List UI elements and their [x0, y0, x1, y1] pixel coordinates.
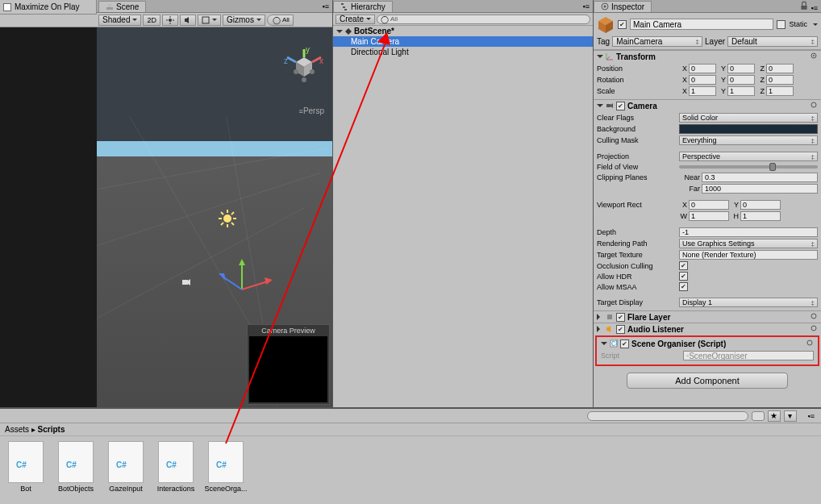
position-x[interactable]: 0	[689, 64, 716, 73]
tab-hierarchy[interactable]: Hierarchy	[333, 1, 393, 12]
component-audio-listener: Audio Listener	[594, 323, 821, 335]
depth-field[interactable]: -1	[679, 227, 818, 237]
scene-viewport[interactable]: y x z ≡Persp	[97, 27, 332, 407]
svg-rect-56	[607, 314, 612, 319]
asset-botobjects[interactable]: C#BotObjects	[55, 441, 97, 493]
hierarchy-search[interactable]: ◯All	[377, 15, 590, 24]
rotation-x[interactable]: 0	[689, 75, 716, 85]
camera-gizmo[interactable]	[181, 277, 191, 287]
hierarchy-pane-menu[interactable]: ▪≡	[580, 2, 593, 10]
svg-point-2	[169, 19, 172, 22]
asset-bot[interactable]: C#Bot	[5, 441, 47, 493]
add-component-button[interactable]: Add Component	[627, 373, 788, 389]
projection-dropdown[interactable]: Perspective	[679, 152, 818, 161]
msaa-checkbox[interactable]	[679, 282, 688, 291]
shading-mode-dropdown[interactable]: Shaded	[98, 15, 141, 26]
static-dropdown[interactable]	[811, 20, 818, 29]
filter-type-button[interactable]: ▾	[784, 410, 797, 422]
hierarchy-create-dropdown[interactable]: Create	[335, 15, 375, 24]
toggle-audio[interactable]	[180, 15, 196, 26]
component-transform: Transform PositionX0Y0Z0 RotationX0Y0Z0 …	[594, 50, 821, 99]
svg-point-52	[813, 55, 815, 56]
culling-mask-dropdown[interactable]: Everything	[679, 135, 818, 145]
hierarchy-item-directional-light[interactable]: Directional Light	[333, 47, 593, 57]
background-color-field[interactable]	[679, 124, 818, 134]
asset-label: Interactions	[152, 485, 199, 493]
asset-gazeinput[interactable]: C#GazeInput	[105, 441, 147, 493]
camera-header[interactable]: Camera	[594, 100, 821, 111]
static-checkbox[interactable]	[777, 20, 786, 29]
toggle-2d[interactable]: 2D	[143, 15, 160, 26]
gear-icon[interactable]	[810, 324, 818, 332]
project-breadcrumb[interactable]: Assets ▸ Scripts	[0, 423, 821, 436]
tag-dropdown[interactable]: MainCamera	[612, 36, 702, 47]
orientation-gizmo[interactable]: y x z	[284, 48, 324, 88]
csharp-file-icon: C#	[8, 441, 44, 483]
transform-header[interactable]: Transform	[594, 51, 821, 62]
far-clip-field[interactable]: 1000	[702, 184, 818, 194]
script-field[interactable]: ◦ SceneOrganiser	[683, 351, 814, 360]
tab-inspector[interactable]: Inspector	[594, 1, 652, 12]
svg-point-20	[302, 77, 306, 82]
svg-point-19	[294, 69, 298, 74]
gear-icon[interactable]	[806, 339, 814, 347]
unity-scene-icon	[344, 27, 352, 35]
filter-favorites-button[interactable]: ★	[768, 410, 781, 422]
gameobject-name-field[interactable]: Main Camera	[630, 19, 773, 30]
gizmos-dropdown[interactable]: Gizmos	[223, 15, 265, 26]
gear-icon[interactable]	[810, 52, 818, 60]
viewport-x[interactable]: 0	[689, 200, 729, 210]
hierarchy-item-main-camera[interactable]: Main Camera	[333, 36, 593, 47]
gear-icon[interactable]	[810, 312, 818, 320]
scene-organiser-header[interactable]: c# Scene Organiser (Script)	[598, 338, 817, 349]
rotation-z[interactable]: 0	[766, 75, 794, 85]
gameobject-active-checkbox[interactable]	[618, 20, 627, 29]
toggle-fx[interactable]	[198, 15, 221, 26]
camera-enabled-checkbox[interactable]	[616, 102, 625, 110]
svg-rect-39	[343, 6, 345, 8]
viewport-y[interactable]: 0	[740, 200, 781, 210]
target-display-dropdown[interactable]: Display 1	[679, 298, 818, 307]
project-pane-menu[interactable]: ▪≡	[805, 412, 818, 420]
target-texture-field[interactable]: None (Render Texture)	[679, 250, 818, 260]
maximize-on-play-toggle[interactable]: Maximize On Play	[0, 0, 97, 15]
clear-flags-dropdown[interactable]: Solid Color	[679, 113, 818, 123]
asset-interactions[interactable]: C#Interactions	[155, 441, 197, 493]
rotation-y[interactable]: 0	[727, 75, 755, 85]
audio-enabled-checkbox[interactable]	[616, 325, 625, 334]
hdr-checkbox[interactable]	[679, 272, 688, 281]
inspector-lock[interactable]: ▪≡	[796, 1, 821, 12]
svg-point-62	[807, 340, 812, 345]
flare-layer-header[interactable]: Flare Layer	[594, 311, 821, 323]
near-clip-field[interactable]: 0.3	[702, 173, 818, 182]
viewport-w[interactable]: 1	[689, 211, 729, 221]
gear-icon[interactable]	[810, 101, 818, 109]
gameobject-cube-icon[interactable]	[597, 15, 615, 33]
layer-dropdown[interactable]: Default	[727, 36, 818, 47]
svg-point-57	[811, 314, 816, 319]
hierarchy-scene-row[interactable]: BotScene*	[333, 26, 593, 36]
scale-z[interactable]: 1	[766, 86, 794, 96]
viewport-h[interactable]: 1	[740, 211, 781, 221]
directional-light-gizmo[interactable]	[218, 209, 237, 228]
flare-enabled-checkbox[interactable]	[616, 313, 625, 322]
scene-organiser-enabled-checkbox[interactable]	[620, 339, 629, 348]
scale-y[interactable]: 1	[727, 86, 755, 96]
occlusion-checkbox[interactable]	[679, 261, 688, 270]
search-mode-button[interactable]	[752, 411, 765, 421]
toggle-lighting[interactable]	[162, 15, 178, 26]
scene-search[interactable]: ◯All	[267, 15, 294, 26]
scene-pane-menu[interactable]: ▪≡	[319, 2, 332, 10]
asset-sceneorga[interactable]: C#SceneOrga...	[205, 441, 247, 493]
position-y[interactable]: 0	[727, 64, 755, 73]
transform-gizmo[interactable]	[218, 257, 274, 314]
svg-point-55	[811, 102, 816, 107]
tab-scene[interactable]: Scene	[98, 1, 146, 12]
csharp-file-icon: C#	[108, 441, 144, 483]
audio-listener-header[interactable]: Audio Listener	[594, 323, 821, 335]
position-z[interactable]: 0	[766, 64, 794, 73]
scale-x[interactable]: 1	[689, 86, 716, 96]
project-search[interactable]	[587, 411, 748, 421]
fov-slider[interactable]	[679, 165, 818, 169]
rendering-path-dropdown[interactable]: Use Graphics Settings	[679, 239, 818, 248]
